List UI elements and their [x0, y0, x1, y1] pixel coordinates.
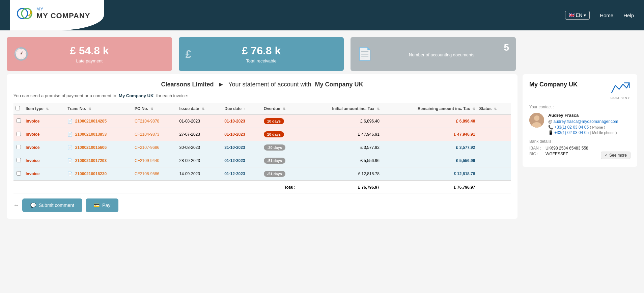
row-checkbox[interactable]	[17, 118, 21, 123]
overdue-badge: 10 days	[264, 131, 284, 137]
trans-link[interactable]: 21000210016230	[75, 171, 107, 176]
row-trans-no[interactable]: 📄 21000210016230	[65, 167, 133, 181]
pay-icon: 💳	[94, 203, 100, 208]
bic-label: BIC :	[529, 152, 543, 159]
contact-phone[interactable]: 📞 +33(1) 02 03 04 05 ( Phone )	[548, 125, 631, 130]
accounting-docs-label: Number of accounting documents	[389, 52, 478, 57]
row-trans-no[interactable]: 📄 21000210013853	[65, 128, 133, 141]
row-checkbox-cell[interactable]	[13, 167, 24, 181]
trans-link[interactable]: 21000210014285	[75, 119, 107, 124]
row-po-no[interactable]: CF2104-9873	[133, 128, 177, 141]
row-po-no[interactable]: CF2108-9586	[133, 167, 177, 181]
svg-point-3	[534, 115, 539, 121]
clock-icon: 🕐	[13, 47, 29, 61]
row-item-type: Invoice	[24, 167, 65, 181]
submit-comment-button[interactable]: 💬 Submit comment	[22, 198, 82, 212]
sort-icon-item-type[interactable]: ⇅	[46, 107, 49, 111]
trans-link[interactable]: 21000210013853	[75, 132, 107, 137]
action-row: ↔ 💬 Submit comment 💳 Pay	[13, 198, 511, 212]
sort-icon-status[interactable]: ⇅	[494, 107, 497, 111]
sort-icon-po-no[interactable]: ⇅	[150, 107, 153, 111]
row-issue-date: 30-08-2023	[177, 141, 223, 154]
row-checkbox-cell[interactable]	[13, 141, 24, 154]
row-checkbox[interactable]	[17, 145, 21, 149]
row-item-type: Invoice	[24, 114, 65, 128]
invoice-table: Item type ⇅ Trans No. ⇅ PO No. ⇅ Issue d…	[13, 103, 511, 193]
contact-mobile[interactable]: 📱 +33(1) 02 03 04 05 ( Mobile phone )	[548, 130, 631, 135]
row-checkbox-cell[interactable]	[13, 114, 24, 128]
pay-button[interactable]: 💳 Pay	[86, 198, 118, 212]
pdf-icon: 📄	[67, 119, 73, 124]
row-overdue: -20 days	[262, 141, 302, 154]
row-due-date: 31-10-2023	[222, 141, 262, 154]
table-row: Invoice 📄 21000210015606 CF2107-9686 30-…	[13, 141, 511, 154]
table-row: Invoice 📄 21000210016230 CF2108-9586 14-…	[13, 167, 511, 181]
pdf-icon: 📄	[67, 158, 73, 163]
see-more-button[interactable]: ✓ See more	[601, 152, 631, 159]
late-payment-card: 🕐 £ 54.8 k Late payment	[7, 37, 172, 71]
row-trans-no[interactable]: 📄 21000210014285	[65, 114, 133, 128]
row-issue-date: 28-09-2023	[177, 154, 223, 167]
help-link[interactable]: Help	[623, 12, 634, 18]
expand-icon[interactable]: ↔	[13, 202, 19, 208]
table-row: Invoice 📄 21000210014285 CF2104-9878 01-…	[13, 114, 511, 128]
row-remaining-amount: £ 6,896.40	[382, 114, 477, 128]
sort-icon-overdue[interactable]: ⇅	[283, 107, 285, 111]
home-link[interactable]: Home	[600, 12, 613, 18]
logo-sub: MY	[36, 7, 90, 11]
sort-icon-due-date[interactable]: ↕	[244, 107, 246, 111]
row-checkbox-cell[interactable]	[13, 154, 24, 167]
col-initial-amount: Initial amount inc. Tax ⇅	[302, 103, 382, 114]
row-po-no[interactable]: CF2109-9440	[133, 154, 177, 167]
col-remaining-amount: Remaining amount inc. Tax ⇅	[382, 103, 477, 114]
col-trans-no: Trans No. ⇅	[65, 103, 133, 114]
total-receivable-card: £ £ 76.8 k Total receivable	[179, 37, 344, 71]
row-issue-date: 01-08-2023	[177, 114, 223, 128]
late-payment-label: Late payment	[76, 58, 103, 63]
po-link[interactable]: CF2107-9686	[135, 145, 159, 150]
total-label: Total:	[284, 185, 295, 190]
pdf-icon: 📄	[67, 171, 73, 176]
row-trans-no[interactable]: 📄 21000210015606	[65, 141, 133, 154]
iban-row: IBAN : UK698 2584 65483 558	[529, 146, 631, 151]
row-checkbox-cell[interactable]	[13, 128, 24, 141]
row-due-date: 01-12-2023	[222, 167, 262, 181]
total-row: Total: £ 76,796.97 £ 76,796.97	[13, 181, 511, 193]
po-link[interactable]: CF2109-9440	[135, 158, 159, 163]
row-status	[477, 167, 511, 181]
po-link[interactable]: CF2108-9586	[135, 171, 159, 176]
overdue-badge: -51 days	[264, 158, 285, 164]
row-po-no[interactable]: CF2107-9686	[133, 141, 177, 154]
iban-value: UK698 2584 65483 558	[545, 146, 588, 151]
logo-area: MY MY COMPANY	[10, 0, 104, 30]
bank-details-label: Bank details :	[529, 139, 631, 144]
contact-email[interactable]: @ audrey.frasca@mydsomanager.com	[548, 119, 631, 124]
row-po-no[interactable]: CF2104-9878	[133, 114, 177, 128]
po-link[interactable]: CF2104-9878	[135, 119, 159, 124]
row-overdue: 10 days	[262, 114, 302, 128]
row-status	[477, 114, 511, 128]
sort-icon-initial-amount[interactable]: ⇅	[377, 107, 380, 111]
row-checkbox[interactable]	[17, 171, 21, 176]
table-section: Clearsons Limited ► Your statement of ac…	[7, 74, 517, 219]
row-checkbox[interactable]	[17, 132, 21, 136]
select-all-header[interactable]	[13, 103, 24, 114]
subtitle: You can send a promise of payment or a c…	[13, 93, 511, 98]
trans-link[interactable]: 21000210017293	[75, 158, 107, 163]
logo-text: MY MY COMPANY	[36, 7, 90, 20]
accounting-docs-card: 📄 5 Number of accounting documents	[351, 37, 516, 71]
trans-link[interactable]: 21000210015606	[75, 145, 107, 150]
col-due-date: Due date ↕	[222, 103, 262, 114]
col-overdue: Overdue ⇅	[262, 103, 302, 114]
phone-icon: 📞	[548, 125, 554, 130]
select-all-checkbox[interactable]	[16, 106, 20, 110]
po-link[interactable]: CF2104-9873	[135, 132, 159, 137]
row-trans-no[interactable]: 📄 21000210017293	[65, 154, 133, 167]
accounting-docs-count: 5	[504, 42, 509, 53]
row-checkbox[interactable]	[17, 158, 21, 162]
contact-panel: My Company UK COMPANY Your contact : Aud…	[523, 74, 637, 167]
language-button[interactable]: 🇬🇧 EN ▾	[565, 11, 590, 20]
sort-icon-issue-date[interactable]: ⇅	[202, 107, 204, 111]
sort-icon-remaining-amount[interactable]: ⇅	[472, 107, 475, 111]
sort-icon-trans-no[interactable]: ⇅	[88, 107, 91, 111]
